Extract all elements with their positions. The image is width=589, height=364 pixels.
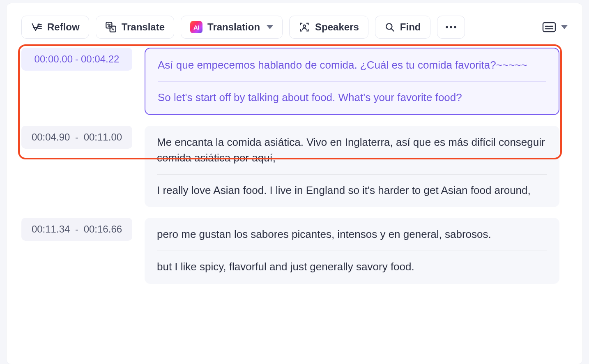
reflow-button[interactable]: Reflow xyxy=(21,16,89,39)
ai-icon: AI xyxy=(190,21,202,33)
svg-point-12 xyxy=(454,26,456,28)
subtitle-view-icon xyxy=(542,21,556,33)
find-label: Find xyxy=(400,21,421,33)
segment-body[interactable]: pero me gustan los sabores picantes, int… xyxy=(145,218,559,283)
segment-timestamp[interactable]: 00:04.90 - 00:11.00 xyxy=(21,126,132,149)
find-button[interactable]: Find xyxy=(375,16,430,39)
segment-text-primary: pero me gustan los sabores picantes, int… xyxy=(157,227,547,242)
chevron-down-icon xyxy=(267,25,273,29)
ts-start: 00:11.34 xyxy=(32,223,70,235)
toolbar: Reflow 文 A Translate AI Translation xyxy=(21,16,568,39)
segment-divider xyxy=(158,81,546,82)
ts-sep: - xyxy=(72,131,81,143)
segment-text-secondary: I really love Asian food. I live in Engl… xyxy=(157,183,547,198)
svg-point-11 xyxy=(450,26,452,28)
editor-panel: Reflow 文 A Translate AI Translation xyxy=(7,3,582,364)
segment-timestamp[interactable]: 00:00.00-00:04.22 xyxy=(21,48,132,71)
speakers-icon xyxy=(299,21,310,33)
transcript-segment[interactable]: 00:11.34 - 00:16.66 pero me gustan los s… xyxy=(21,218,559,283)
speakers-button[interactable]: Speakers xyxy=(289,16,368,39)
ts-end: 00:11.00 xyxy=(84,131,122,143)
search-icon xyxy=(384,22,395,32)
translation-dropdown[interactable]: AI Translation xyxy=(181,16,283,39)
reflow-label: Reflow xyxy=(47,21,80,33)
ts-sep: - xyxy=(75,53,78,65)
segment-text-primary: Me encanta la comida asiática. Vivo en I… xyxy=(157,135,547,166)
ts-sep: - xyxy=(72,223,81,235)
translate-label: Translate xyxy=(122,21,165,33)
more-button[interactable] xyxy=(437,16,465,39)
svg-point-7 xyxy=(303,25,306,28)
svg-text:A: A xyxy=(111,27,114,31)
segment-divider xyxy=(157,251,547,251)
segment-body[interactable]: Me encanta la comida asiática. Vivo en I… xyxy=(145,126,559,207)
translation-label: Translation xyxy=(207,21,260,33)
segment-text-secondary: So let's start off by talking about food… xyxy=(158,90,546,106)
speakers-label: Speakers xyxy=(315,21,359,33)
svg-point-10 xyxy=(446,26,448,28)
translate-icon: 文 A xyxy=(105,21,117,33)
ts-end: 00:04.22 xyxy=(81,53,119,65)
svg-line-9 xyxy=(391,29,394,31)
segment-body[interactable]: Así que empecemos hablando de comida. ¿C… xyxy=(145,48,559,115)
segment-text-primary: Así que empecemos hablando de comida. ¿C… xyxy=(158,58,546,73)
ts-start: 00:04.90 xyxy=(32,131,70,143)
segment-divider xyxy=(157,174,547,175)
transcript-area: 00:00.00-00:04.22 Así que empecemos habl… xyxy=(21,48,568,363)
view-mode-dropdown[interactable] xyxy=(542,21,568,33)
more-icon xyxy=(445,25,457,29)
reflow-icon xyxy=(31,21,42,33)
svg-rect-13 xyxy=(543,23,555,32)
transcript-scroll[interactable]: 00:00.00-00:04.22 Así que empecemos habl… xyxy=(21,48,568,363)
ts-start: 00:00.00 xyxy=(35,53,73,65)
segment-timestamp[interactable]: 00:11.34 - 00:16.66 xyxy=(21,218,132,241)
transcript-segment[interactable]: 00:00.00-00:04.22 Así que empecemos habl… xyxy=(21,48,559,115)
chevron-down-icon xyxy=(561,25,568,29)
translate-button[interactable]: 文 A Translate xyxy=(96,16,174,39)
ts-end: 00:16.66 xyxy=(84,223,122,235)
segment-text-secondary: but I like spicy, flavorful and just gen… xyxy=(157,259,547,275)
transcript-segment[interactable]: 00:04.90 - 00:11.00 Me encanta la comida… xyxy=(21,126,559,207)
